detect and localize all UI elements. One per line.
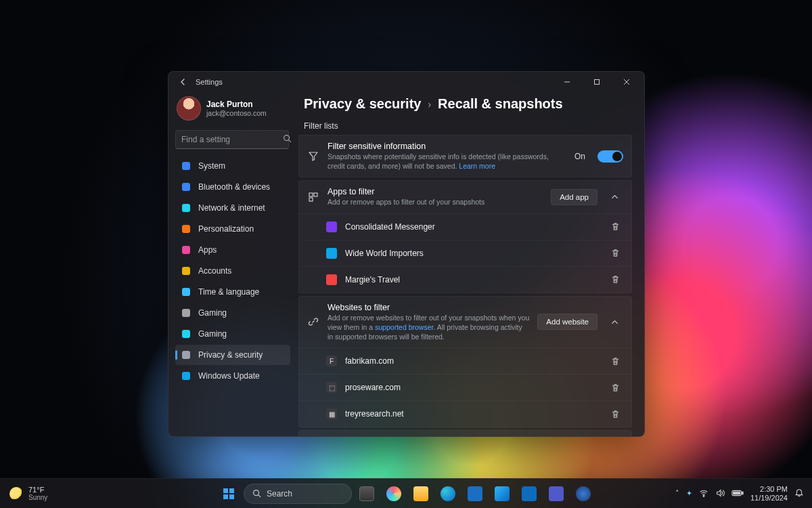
app-filter-row: Margie's Travel — [299, 266, 631, 293]
sidebar-item-accounts[interactable]: Accounts — [175, 261, 290, 281]
titlebar: Settings — [168, 72, 644, 92]
sidebar-item-label: Time & language — [198, 287, 259, 297]
sidebar-item-label: Gaming — [198, 308, 227, 318]
delete-button[interactable] — [607, 379, 623, 396]
privacy-icon — [181, 350, 191, 360]
delete-button[interactable] — [607, 353, 623, 369]
tray-wifi-icon[interactable] — [699, 488, 708, 499]
sidebar-item-personalization[interactable]: Personalization — [175, 219, 290, 239]
sidebar-item-label: Windows Update — [198, 371, 260, 381]
filter-sensitive-toggle[interactable] — [597, 150, 623, 163]
taskbar-app-edge[interactable] — [436, 482, 460, 506]
taskbar-center: Search — [217, 482, 595, 506]
app-icon — [326, 248, 337, 259]
time-icon — [181, 287, 191, 297]
taskbar-search[interactable]: Search — [244, 484, 352, 504]
chevron-right-icon: › — [428, 99, 431, 110]
sidebar-item-system[interactable]: System — [175, 156, 290, 176]
taskbar-app-outlook[interactable] — [517, 482, 541, 506]
task-view-button[interactable] — [355, 482, 379, 506]
website-filter-url: proseware.com — [345, 383, 401, 392]
tray-battery-icon[interactable] — [731, 489, 744, 499]
delete-button[interactable] — [607, 406, 623, 422]
sidebar-item-privacy[interactable]: Privacy & security — [175, 345, 290, 365]
app-icon — [326, 221, 337, 232]
svg-rect-8 — [223, 488, 228, 493]
gaming1-icon — [181, 308, 191, 318]
sidebar-item-network[interactable]: Network & internet — [175, 198, 290, 218]
close-button[interactable] — [612, 72, 641, 92]
svg-rect-17 — [734, 492, 740, 494]
taskbar-app-settings[interactable] — [571, 482, 595, 506]
site-icon: ▦ — [326, 408, 337, 419]
svg-rect-5 — [314, 193, 317, 196]
card-filter-sensitive: Filter sensitive information Snapshots w… — [298, 135, 632, 177]
sidebar-item-gaming2[interactable]: Gaming — [175, 324, 290, 344]
breadcrumb: Privacy & security › Recall & snapshots — [298, 95, 632, 121]
tray-copilot-icon[interactable]: ✦ — [686, 489, 692, 498]
system-tray: ˄ ✦ 2:30 PM 11/19/2024 — [667, 485, 812, 502]
clock[interactable]: 2:30 PM 11/19/2024 — [750, 485, 788, 502]
tray-volume-icon[interactable] — [715, 488, 725, 499]
collapse-websites-button[interactable] — [606, 313, 623, 331]
start-button[interactable] — [217, 482, 241, 506]
delete-button[interactable] — [607, 219, 623, 235]
svg-line-3 — [289, 140, 291, 142]
svg-line-13 — [258, 495, 261, 497]
system-icon — [181, 161, 191, 171]
personalization-icon — [181, 224, 191, 234]
supported-browser-link[interactable]: supported browser — [375, 323, 433, 331]
breadcrumb-parent[interactable]: Privacy & security — [304, 96, 421, 112]
taskbar-app-copilot[interactable] — [382, 482, 406, 506]
app-filter-name: Margie's Travel — [345, 275, 400, 284]
avatar — [177, 96, 201, 121]
clock-time: 2:30 PM — [750, 485, 788, 494]
delete-button[interactable] — [607, 272, 623, 288]
sidebar-item-time[interactable]: Time & language — [175, 282, 290, 302]
profile-email: jack@contoso.com — [206, 109, 267, 117]
maximize-button[interactable] — [582, 72, 612, 92]
main-content: Privacy & security › Recall & snapshots … — [294, 92, 644, 436]
card-help-improve: Help improve Recall snapshot filtering S… — [298, 430, 632, 436]
window-title: Settings — [196, 78, 223, 86]
minimize-button[interactable] — [552, 72, 582, 92]
apps-filter-title: Apps to filter — [328, 187, 543, 196]
taskbar-app-teams[interactable] — [544, 482, 568, 506]
collapse-apps-button[interactable] — [606, 188, 623, 206]
card-websites-filter: Websites to filter Add or remove website… — [298, 296, 632, 428]
delete-button[interactable] — [607, 245, 623, 261]
sidebar-item-update[interactable]: Windows Update — [175, 366, 290, 386]
gaming2-icon — [181, 329, 191, 339]
profile[interactable]: Jack Purton jack@contoso.com — [175, 95, 290, 127]
sidebar-item-bluetooth[interactable]: Bluetooth & devices — [175, 177, 290, 197]
learn-more-link[interactable]: Learn more — [459, 162, 495, 170]
taskbar-app-store[interactable] — [463, 482, 487, 506]
sidebar-item-gaming1[interactable]: Gaming — [175, 303, 290, 323]
tray-chevron-icon[interactable]: ˄ — [675, 489, 679, 498]
bluetooth-icon — [181, 182, 191, 192]
filter-sensitive-title: Filter sensitive information — [328, 142, 566, 151]
weather-widget[interactable]: 71°F Sunny — [0, 486, 57, 501]
add-app-button[interactable]: Add app — [551, 189, 597, 205]
website-filter-row: Ffabrikam.com — [299, 347, 631, 374]
svg-rect-1 — [595, 80, 600, 85]
websites-filter-title: Websites to filter — [328, 303, 529, 312]
sidebar-item-label: Network & internet — [198, 203, 265, 213]
taskbar-app-photos[interactable] — [490, 482, 514, 506]
back-button[interactable] — [175, 74, 191, 90]
section-heading: Filter lists — [298, 121, 632, 135]
app-filter-name: Consolidated Messenger — [345, 222, 435, 232]
website-filter-url: treyresearch.net — [345, 409, 404, 419]
taskbar-app-explorer[interactable] — [409, 482, 433, 506]
sidebar-item-apps[interactable]: Apps — [175, 240, 290, 260]
breadcrumb-current: Recall & snapshots — [438, 96, 563, 112]
search-input[interactable] — [181, 135, 283, 144]
search-box[interactable] — [175, 130, 289, 149]
link-icon — [307, 316, 319, 327]
notifications-icon[interactable] — [794, 488, 804, 499]
svg-point-14 — [703, 495, 704, 496]
add-website-button[interactable]: Add website — [537, 314, 597, 330]
apps-icon — [181, 245, 191, 255]
sidebar-item-label: Bluetooth & devices — [198, 182, 270, 192]
sidebar-item-label: Gaming — [198, 329, 227, 339]
